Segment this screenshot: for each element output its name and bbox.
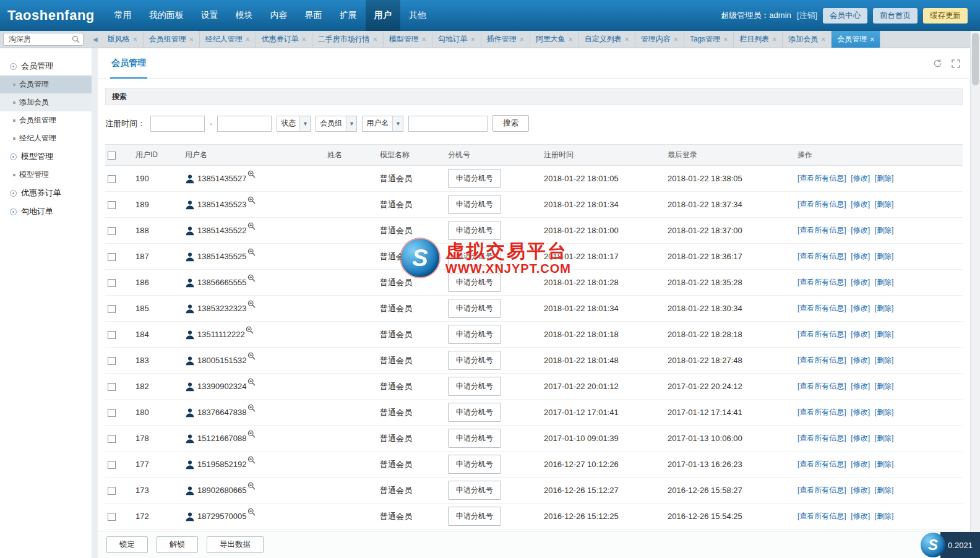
- delete-link[interactable]: [删除]: [875, 252, 894, 260]
- delete-link[interactable]: [删除]: [875, 200, 894, 208]
- top-menu-item[interactable]: 用户: [366, 0, 400, 31]
- edit-link[interactable]: [修改]: [851, 408, 870, 416]
- status-select[interactable]: 状态 ▼: [277, 116, 311, 132]
- zoom-user-icon[interactable]: [247, 352, 256, 360]
- sidebar-item[interactable]: 经纪人管理: [0, 129, 92, 147]
- sidebar-group[interactable]: 会员管理: [0, 57, 92, 75]
- row-checkbox[interactable]: [108, 487, 116, 495]
- edit-link[interactable]: [修改]: [851, 226, 870, 234]
- zoom-user-icon[interactable]: [247, 378, 256, 386]
- view-all-link[interactable]: [查看所有信息]: [797, 278, 846, 286]
- edit-link[interactable]: [修改]: [851, 174, 870, 182]
- edit-link[interactable]: [修改]: [851, 356, 870, 364]
- apply-ext-button[interactable]: 申请分机号: [448, 455, 501, 474]
- sidebar-group[interactable]: 勾地订单: [0, 202, 92, 221]
- apply-ext-button[interactable]: 申请分机号: [448, 403, 501, 422]
- zoom-user-icon[interactable]: [247, 456, 256, 464]
- zoom-user-icon[interactable]: [246, 326, 254, 334]
- top-menu-item[interactable]: 界面: [296, 0, 331, 31]
- apply-ext-button[interactable]: 申请分机号: [448, 195, 501, 214]
- edit-link[interactable]: [修改]: [851, 330, 870, 338]
- top-menu-item[interactable]: 常用: [106, 0, 140, 31]
- edit-link[interactable]: [修改]: [851, 304, 870, 312]
- edit-link[interactable]: [修改]: [851, 434, 870, 442]
- select-all-checkbox[interactable]: [108, 152, 116, 160]
- workspace-tab[interactable]: 模型管理×: [384, 31, 432, 48]
- apply-ext-button[interactable]: 申请分机号: [448, 507, 501, 526]
- delete-link[interactable]: [删除]: [875, 304, 894, 312]
- row-checkbox[interactable]: [108, 331, 116, 339]
- sidebar-item[interactable]: 模型管理: [0, 166, 92, 184]
- view-all-link[interactable]: [查看所有信息]: [797, 252, 846, 260]
- sidebar-item[interactable]: 添加会员: [0, 93, 92, 111]
- apply-ext-button[interactable]: 申请分机号: [448, 351, 501, 370]
- row-checkbox[interactable]: [108, 201, 116, 209]
- row-checkbox[interactable]: [108, 461, 116, 469]
- row-checkbox[interactable]: [108, 383, 116, 391]
- apply-ext-button[interactable]: 申请分机号: [448, 299, 501, 318]
- tab-close-icon[interactable]: ×: [246, 35, 250, 44]
- view-all-link[interactable]: [查看所有信息]: [797, 304, 846, 312]
- workspace-tab[interactable]: 阿里大鱼×: [530, 31, 579, 48]
- apply-ext-button[interactable]: 申请分机号: [448, 325, 501, 344]
- apply-ext-button[interactable]: 申请分机号: [448, 169, 501, 188]
- keyword-input[interactable]: [408, 116, 488, 132]
- reg-end-input[interactable]: [217, 116, 272, 132]
- member-center-button[interactable]: 会员中心: [823, 8, 867, 24]
- zoom-user-icon[interactable]: [247, 482, 256, 490]
- delete-link[interactable]: [删除]: [875, 226, 894, 234]
- view-all-link[interactable]: [查看所有信息]: [797, 174, 846, 182]
- tab-close-icon[interactable]: ×: [821, 35, 825, 44]
- view-all-link[interactable]: [查看所有信息]: [797, 486, 846, 494]
- workspace-tab[interactable]: 管理内容×: [635, 31, 684, 48]
- workspace-tab[interactable]: 插件管理×: [481, 31, 530, 48]
- zoom-user-icon[interactable]: [247, 248, 256, 256]
- row-checkbox[interactable]: [108, 409, 116, 417]
- zoom-user-icon[interactable]: [247, 404, 256, 412]
- reg-start-input[interactable]: [150, 116, 205, 132]
- view-all-link[interactable]: [查看所有信息]: [797, 382, 846, 390]
- edit-link[interactable]: [修改]: [851, 512, 870, 520]
- content-tab-member-manage[interactable]: 会员管理: [110, 48, 147, 79]
- row-checkbox[interactable]: [108, 357, 116, 365]
- workspace-tab[interactable]: 优惠券订单×: [256, 31, 312, 48]
- row-checkbox[interactable]: [108, 305, 116, 313]
- workspace-tab[interactable]: Tags管理×: [684, 31, 734, 48]
- apply-ext-button[interactable]: 申请分机号: [448, 377, 501, 396]
- delete-link[interactable]: [删除]: [875, 512, 894, 520]
- lock-button[interactable]: 锁定: [106, 536, 148, 553]
- tab-close-icon[interactable]: ×: [870, 35, 874, 44]
- export-button[interactable]: 导出数据: [207, 536, 264, 553]
- tab-scroll-left-icon[interactable]: ◀: [88, 36, 102, 43]
- scrollbar-thumb[interactable]: [972, 33, 979, 85]
- top-menu-item[interactable]: 我的面板: [140, 0, 192, 31]
- tab-close-icon[interactable]: ×: [772, 35, 776, 44]
- tab-close-icon[interactable]: ×: [674, 35, 678, 44]
- delete-link[interactable]: [删除]: [875, 330, 894, 338]
- workspace-tab[interactable]: 栏目列表×: [734, 31, 783, 48]
- row-checkbox[interactable]: [108, 253, 116, 261]
- view-all-link[interactable]: [查看所有信息]: [797, 330, 846, 338]
- front-home-button[interactable]: 前台首页: [873, 8, 918, 24]
- tab-close-icon[interactable]: ×: [471, 35, 475, 44]
- sidebar-item[interactable]: 会员管理: [0, 75, 92, 93]
- top-menu-item[interactable]: 内容: [262, 0, 296, 31]
- top-menu-item[interactable]: 其他: [400, 0, 435, 31]
- workspace-tab[interactable]: 二手房市场行情×: [312, 31, 384, 48]
- row-checkbox[interactable]: [108, 435, 116, 443]
- delete-link[interactable]: [删除]: [875, 174, 894, 182]
- zoom-user-icon[interactable]: [247, 196, 256, 204]
- zoom-user-icon[interactable]: [247, 170, 256, 178]
- apply-ext-button[interactable]: 申请分机号: [448, 221, 501, 240]
- row-checkbox[interactable]: [108, 279, 116, 287]
- sidebar-item[interactable]: 会员组管理: [0, 111, 92, 129]
- delete-link[interactable]: [删除]: [875, 382, 894, 390]
- edit-link[interactable]: [修改]: [851, 460, 870, 468]
- zoom-user-icon[interactable]: [247, 508, 256, 516]
- apply-ext-button[interactable]: 申请分机号: [448, 247, 501, 266]
- unlock-button[interactable]: 解锁: [157, 536, 198, 553]
- tab-close-icon[interactable]: ×: [133, 35, 137, 44]
- workspace-tab[interactable]: 会员组管理×: [144, 31, 200, 48]
- view-all-link[interactable]: [查看所有信息]: [797, 408, 846, 416]
- row-checkbox[interactable]: [108, 227, 116, 235]
